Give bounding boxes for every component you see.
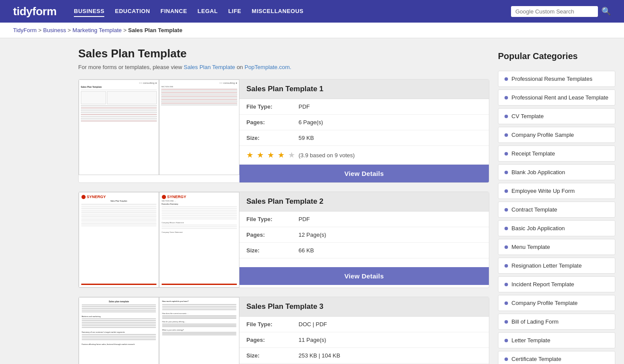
sidebar-bullet xyxy=(505,339,508,342)
sidebar-item-label: Professional Resume Templates xyxy=(511,76,592,82)
sidebar-item-label: Company Profile Template xyxy=(511,300,578,306)
size-label: Size: xyxy=(246,135,299,141)
file-type-value: PDF xyxy=(299,103,310,110)
file-type-value: PDF xyxy=(299,216,310,222)
content-area: Sales Plan Template For more forms or te… xyxy=(78,47,489,364)
main-layout: Sales Plan Template For more forms or te… xyxy=(0,38,624,364)
nav-item-finance[interactable]: FINANCE xyxy=(160,6,187,17)
sidebar-item-14[interactable]: Letter Template xyxy=(498,332,615,348)
sidebar-item-1[interactable]: Professional Rent and Lease Template xyxy=(498,89,615,106)
thumb-pair: ⬤ SYNERGY Sales Plan Template ⬤ SYNERGY … xyxy=(79,192,239,288)
sidebar-bullet xyxy=(505,357,508,361)
thumb-pair: Sales plan template Markets and marketin… xyxy=(79,297,239,364)
sidebar-item-label: Basic Job Application xyxy=(511,225,565,232)
pages-row: Pages:11 Page(s) xyxy=(239,332,489,348)
search-button[interactable]: 🔍 xyxy=(601,7,611,16)
sidebar-bullet xyxy=(505,264,508,268)
sidebar-title: Popular Categories xyxy=(498,47,615,66)
template-info-title: Sales Plan Template 2 xyxy=(239,192,489,212)
sidebar-item-9[interactable]: Menu Template xyxy=(498,239,615,255)
sidebar-item-label: Bill of Lading Form xyxy=(511,318,558,325)
sidebar-item-15[interactable]: Certificate Template xyxy=(498,351,615,364)
sidebar-bullet xyxy=(505,133,508,137)
pages-label: Pages: xyxy=(246,232,299,238)
breadcrumb: TidyForm > Business > Marketing Template… xyxy=(0,23,624,38)
sidebar-item-label: Contract Template xyxy=(511,206,557,213)
sidebar-item-3[interactable]: Company Profile Sample xyxy=(498,127,615,143)
file-type-row: File Type:DOC | PDF xyxy=(239,317,489,332)
star-filled: ★ xyxy=(246,150,253,160)
view-details-button[interactable]: View Details xyxy=(239,267,489,285)
sidebar-item-label: CV Template xyxy=(511,113,544,119)
sidebar-item-5[interactable]: Blank Job Application xyxy=(498,164,615,180)
rating-text: (3.9 based on 9 votes) xyxy=(299,152,355,159)
size-value: 66 KB xyxy=(299,247,314,254)
size-value: 59 KB xyxy=(299,135,314,141)
template-thumbnails: Sales plan template Markets and marketin… xyxy=(79,297,239,364)
nav-item-education[interactable]: EDUCATION xyxy=(115,6,150,17)
breadcrumb-marketing[interactable]: Marketing Template xyxy=(73,27,122,33)
sidebar-item-0[interactable]: Professional Resume Templates xyxy=(498,71,615,87)
sidebar-item-label: Professional Rent and Lease Template xyxy=(511,94,608,101)
size-value: 253 KB | 104 KB xyxy=(299,352,340,359)
file-type-row: File Type:PDF xyxy=(239,99,489,115)
sidebar-item-label: Certificate Template xyxy=(511,356,561,362)
template-info: Sales Plan Template 1File Type:PDFPages:… xyxy=(239,79,489,182)
size-row: Size:59 KB xyxy=(239,130,489,146)
breadcrumb-business[interactable]: Business xyxy=(43,27,66,33)
pages-row: Pages:6 Page(s) xyxy=(239,115,489,130)
pages-value: 12 Page(s) xyxy=(299,232,326,238)
sidebar-bullet xyxy=(505,301,508,305)
sidebar-bullet xyxy=(505,227,508,230)
sidebar-item-13[interactable]: Bill of Lading Form xyxy=(498,314,615,330)
sidebar-bullet xyxy=(505,77,508,81)
sidebar-bullet xyxy=(505,96,508,99)
nav-item-business[interactable]: BUSINESS xyxy=(74,6,104,17)
sidebar-item-10[interactable]: Resignation Letter Template xyxy=(498,258,615,274)
sidebar-item-label: Company Profile Sample xyxy=(511,132,574,138)
sidebar-item-label: Blank Job Application xyxy=(511,169,565,175)
sidebar-bullet xyxy=(505,283,508,286)
pages-value: 11 Page(s) xyxy=(299,337,326,343)
sidebar-item-2[interactable]: CV Template xyxy=(498,108,615,124)
sidebar-item-7[interactable]: Contract Template xyxy=(498,202,615,218)
template-info-title: Sales Plan Template 1 xyxy=(239,79,489,99)
stars-row: ★★★★★(3.9 based on 9 votes) xyxy=(239,146,489,165)
sidebar-bullet xyxy=(505,320,508,324)
subtitle-link[interactable]: Sales Plan Template xyxy=(184,64,235,70)
sidebar-item-12[interactable]: Company Profile Template xyxy=(498,295,615,311)
sidebar-item-4[interactable]: Receipt Template xyxy=(498,146,615,162)
breadcrumb-home[interactable]: TidyForm xyxy=(13,27,37,33)
thumb-pair: ○○ consulting ● Sales Plan Template ○○ c… xyxy=(79,79,239,175)
nav-item-legal[interactable]: LEGAL xyxy=(198,6,218,17)
template-card-1: ○○ consulting ● Sales Plan Template ○○ c… xyxy=(78,79,489,183)
sidebar-item-6[interactable]: Employee Write Up Form xyxy=(498,183,615,199)
sidebar-item-label: Menu Template xyxy=(511,244,550,250)
nav-item-life[interactable]: LIFE xyxy=(228,6,241,17)
file-type-row: File Type:PDF xyxy=(239,212,489,227)
sidebar: Popular Categories Professional Resume T… xyxy=(498,47,615,364)
sidebar-bullet xyxy=(505,245,508,249)
file-type-label: File Type: xyxy=(246,103,299,110)
size-row: Size:66 KB xyxy=(239,243,489,258)
sidebar-item-8[interactable]: Basic Job Application xyxy=(498,220,615,236)
search-area: 🔍 xyxy=(511,6,611,17)
file-type-label: File Type: xyxy=(246,321,299,328)
site-logo[interactable]: tidyform xyxy=(13,5,56,18)
template-thumbnails: ○○ consulting ● Sales Plan Template ○○ c… xyxy=(79,79,239,182)
subtitle-on: on xyxy=(235,64,245,70)
subtitle-site[interactable]: PopTemplate.com. xyxy=(245,64,292,70)
star-filled: ★ xyxy=(257,150,264,160)
nav-item-miscellaneous[interactable]: MISCELLANEOUS xyxy=(252,6,303,17)
view-details-button[interactable]: View Details xyxy=(239,165,489,182)
file-type-value: DOC | PDF xyxy=(299,321,327,328)
size-label: Size: xyxy=(246,352,299,359)
sidebar-items-container: Professional Resume TemplatesProfessiona… xyxy=(498,71,615,364)
search-input[interactable] xyxy=(511,6,598,17)
star-filled: ★ xyxy=(267,150,274,160)
sidebar-item-11[interactable]: Incident Report Template xyxy=(498,276,615,292)
sidebar-bullet xyxy=(505,208,508,212)
sidebar-item-label: Employee Write Up Form xyxy=(511,188,575,194)
pages-value: 6 Page(s) xyxy=(299,119,323,126)
size-label: Size: xyxy=(246,247,299,254)
